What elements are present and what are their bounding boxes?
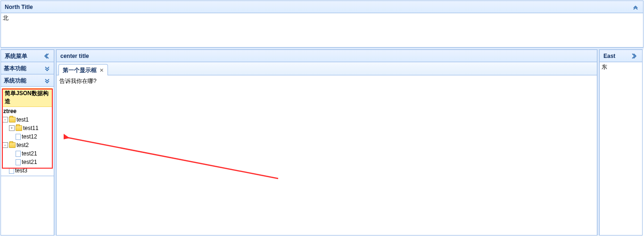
tab-content: 告诉我你在哪? xyxy=(57,75,597,87)
accordion-header-basic[interactable]: 基本功能 xyxy=(1,62,54,74)
tree-node: − test2 xyxy=(2,141,52,149)
folder-icon xyxy=(16,125,22,131)
file-icon xyxy=(16,134,21,140)
tree-node-label[interactable]: test2 xyxy=(17,141,29,149)
close-icon[interactable]: ✕ xyxy=(99,65,104,75)
chevron-down-icon[interactable] xyxy=(43,77,51,84)
tab-label: 第一个显示框 xyxy=(63,65,97,75)
center-content-text: 告诉我你在哪? xyxy=(59,78,97,84)
accordion-body-system: 简单JSON数据构造 ztree − test1 + test11 xyxy=(1,87,54,176)
tree-node: test3 xyxy=(2,166,52,175)
tree-node: − test1 xyxy=(2,115,52,124)
file-icon xyxy=(16,159,21,165)
accordion-header-system[interactable]: 系统功能 xyxy=(1,74,54,87)
tree-node-label[interactable]: test21 xyxy=(22,149,37,158)
east-panel: East 东 xyxy=(599,49,643,236)
tree-node: test12 xyxy=(9,132,52,141)
tree-toggle-none xyxy=(9,134,15,139)
accordion-title-system: 系统功能 xyxy=(4,74,26,87)
west-panel-body: 基本功能 系统功能 简单JSON数据构造 ztree − test1 xyxy=(1,62,54,235)
file-icon xyxy=(16,151,21,157)
file-icon xyxy=(9,168,14,174)
tree-legend: 简单JSON数据构造 xyxy=(2,88,52,107)
east-body-text: 东 xyxy=(602,64,607,70)
tree-node-label[interactable]: test12 xyxy=(22,132,37,141)
tree-node-label[interactable]: test21 xyxy=(22,158,37,166)
ztree-title: ztree xyxy=(2,108,52,115)
tree-node-label[interactable]: test3 xyxy=(15,166,27,175)
west-panel-title: 系统菜单 xyxy=(5,50,27,62)
tree-node: test21 xyxy=(9,158,52,166)
tree-toggle-none xyxy=(9,151,15,156)
tree-node: test21 xyxy=(9,149,52,158)
folder-icon xyxy=(9,117,16,122)
tabs-bar: 第一个显示框 ✕ xyxy=(57,62,597,75)
east-panel-title: East xyxy=(603,50,615,62)
tree-toggle-none xyxy=(2,168,8,173)
north-panel-header: North Title xyxy=(1,1,643,13)
tree-toggle-none xyxy=(9,159,15,165)
north-body-text: 北 xyxy=(3,15,8,21)
chevron-down-icon[interactable] xyxy=(43,65,51,72)
folder-icon xyxy=(9,142,16,148)
tree-toggle-expand-icon[interactable]: + xyxy=(9,125,15,131)
north-panel-title: North Title xyxy=(5,1,33,13)
accordion-title-basic: 基本功能 xyxy=(4,62,26,74)
center-panel-body: 第一个显示框 ✕ 告诉我你在哪? xyxy=(57,62,597,235)
collapse-up-icon[interactable] xyxy=(632,3,639,11)
tree-node-label[interactable]: test11 xyxy=(23,124,39,132)
east-panel-body: 东 xyxy=(600,62,642,72)
north-panel: North Title 北 xyxy=(0,0,644,48)
center-panel-header: center title xyxy=(57,50,597,62)
tree-node: + test11 xyxy=(9,124,52,132)
tree-node-label[interactable]: test1 xyxy=(17,115,29,124)
north-panel-body: 北 xyxy=(1,13,643,47)
collapse-right-icon[interactable] xyxy=(631,52,638,60)
tree-root: − test1 + test11 test12 xyxy=(2,115,52,175)
tree-toggle-collapse-icon[interactable]: − xyxy=(2,117,8,122)
center-panel: center title 第一个显示框 ✕ 告诉我你在哪? xyxy=(56,49,597,236)
west-panel-header: 系统菜单 xyxy=(1,50,54,62)
center-panel-title: center title xyxy=(60,50,89,62)
east-panel-header: East xyxy=(600,50,642,62)
collapse-left-icon[interactable] xyxy=(42,52,50,60)
west-panel: 系统菜单 基本功能 系统功能 简单JSON数据构造 ztree − xyxy=(0,49,54,236)
tree-toggle-collapse-icon[interactable]: − xyxy=(2,142,8,148)
tab-first-panel[interactable]: 第一个显示框 ✕ xyxy=(58,64,108,75)
